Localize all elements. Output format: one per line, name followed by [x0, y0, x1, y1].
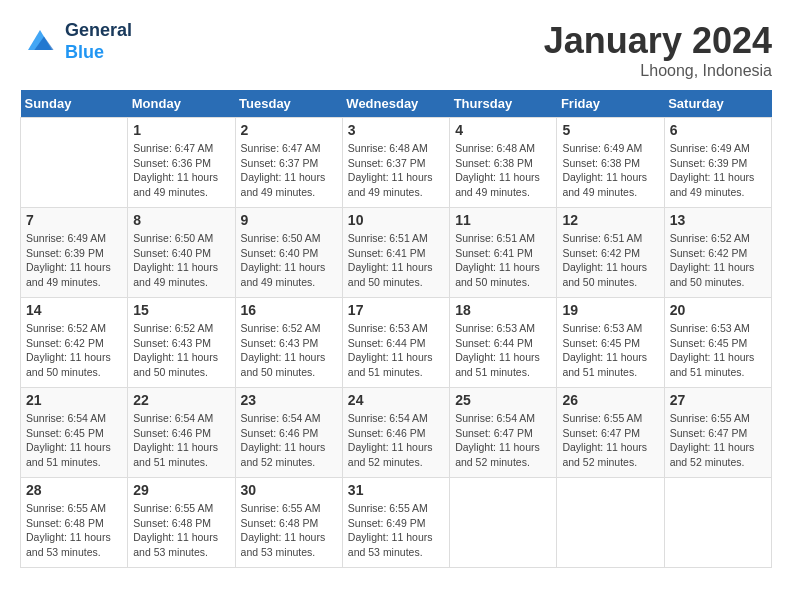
calendar-cell: 2Sunrise: 6:47 AMSunset: 6:37 PMDaylight…: [235, 118, 342, 208]
calendar-cell: 11Sunrise: 6:51 AMSunset: 6:41 PMDayligh…: [450, 208, 557, 298]
day-number: 26: [562, 392, 658, 408]
calendar-cell: 10Sunrise: 6:51 AMSunset: 6:41 PMDayligh…: [342, 208, 449, 298]
weekday-header-sunday: Sunday: [21, 90, 128, 118]
day-info: Sunrise: 6:53 AMSunset: 6:45 PMDaylight:…: [670, 321, 766, 380]
calendar-cell: 14Sunrise: 6:52 AMSunset: 6:42 PMDayligh…: [21, 298, 128, 388]
calendar-cell: 4Sunrise: 6:48 AMSunset: 6:38 PMDaylight…: [450, 118, 557, 208]
day-number: 8: [133, 212, 229, 228]
weekday-header-tuesday: Tuesday: [235, 90, 342, 118]
calendar-cell: 31Sunrise: 6:55 AMSunset: 6:49 PMDayligh…: [342, 478, 449, 568]
day-info: Sunrise: 6:48 AMSunset: 6:38 PMDaylight:…: [455, 141, 551, 200]
day-info: Sunrise: 6:53 AMSunset: 6:44 PMDaylight:…: [348, 321, 444, 380]
calendar-cell: 21Sunrise: 6:54 AMSunset: 6:45 PMDayligh…: [21, 388, 128, 478]
day-number: 17: [348, 302, 444, 318]
day-info: Sunrise: 6:55 AMSunset: 6:48 PMDaylight:…: [26, 501, 122, 560]
day-number: 19: [562, 302, 658, 318]
day-info: Sunrise: 6:51 AMSunset: 6:41 PMDaylight:…: [348, 231, 444, 290]
day-info: Sunrise: 6:49 AMSunset: 6:39 PMDaylight:…: [26, 231, 122, 290]
calendar-cell: 18Sunrise: 6:53 AMSunset: 6:44 PMDayligh…: [450, 298, 557, 388]
day-number: 30: [241, 482, 337, 498]
calendar-cell: 6Sunrise: 6:49 AMSunset: 6:39 PMDaylight…: [664, 118, 771, 208]
week-row-5: 28Sunrise: 6:55 AMSunset: 6:48 PMDayligh…: [21, 478, 772, 568]
day-info: Sunrise: 6:55 AMSunset: 6:47 PMDaylight:…: [562, 411, 658, 470]
day-number: 1: [133, 122, 229, 138]
day-number: 24: [348, 392, 444, 408]
day-number: 29: [133, 482, 229, 498]
day-info: Sunrise: 6:53 AMSunset: 6:45 PMDaylight:…: [562, 321, 658, 380]
calendar-cell: 7Sunrise: 6:49 AMSunset: 6:39 PMDaylight…: [21, 208, 128, 298]
day-info: Sunrise: 6:54 AMSunset: 6:46 PMDaylight:…: [133, 411, 229, 470]
calendar-cell: 26Sunrise: 6:55 AMSunset: 6:47 PMDayligh…: [557, 388, 664, 478]
calendar-cell: 23Sunrise: 6:54 AMSunset: 6:46 PMDayligh…: [235, 388, 342, 478]
day-number: 25: [455, 392, 551, 408]
day-info: Sunrise: 6:55 AMSunset: 6:49 PMDaylight:…: [348, 501, 444, 560]
calendar-cell: 5Sunrise: 6:49 AMSunset: 6:38 PMDaylight…: [557, 118, 664, 208]
calendar-cell: 25Sunrise: 6:54 AMSunset: 6:47 PMDayligh…: [450, 388, 557, 478]
day-info: Sunrise: 6:50 AMSunset: 6:40 PMDaylight:…: [133, 231, 229, 290]
calendar-cell: 27Sunrise: 6:55 AMSunset: 6:47 PMDayligh…: [664, 388, 771, 478]
calendar-cell: 12Sunrise: 6:51 AMSunset: 6:42 PMDayligh…: [557, 208, 664, 298]
logo-text: General Blue: [65, 20, 132, 63]
day-info: Sunrise: 6:52 AMSunset: 6:42 PMDaylight:…: [670, 231, 766, 290]
day-number: 21: [26, 392, 122, 408]
week-row-3: 14Sunrise: 6:52 AMSunset: 6:42 PMDayligh…: [21, 298, 772, 388]
calendar-cell: 13Sunrise: 6:52 AMSunset: 6:42 PMDayligh…: [664, 208, 771, 298]
weekday-header-row: SundayMondayTuesdayWednesdayThursdayFrid…: [21, 90, 772, 118]
calendar-cell: 20Sunrise: 6:53 AMSunset: 6:45 PMDayligh…: [664, 298, 771, 388]
day-info: Sunrise: 6:55 AMSunset: 6:47 PMDaylight:…: [670, 411, 766, 470]
weekday-header-monday: Monday: [128, 90, 235, 118]
calendar-cell: 19Sunrise: 6:53 AMSunset: 6:45 PMDayligh…: [557, 298, 664, 388]
day-info: Sunrise: 6:47 AMSunset: 6:37 PMDaylight:…: [241, 141, 337, 200]
day-number: 2: [241, 122, 337, 138]
weekday-header-wednesday: Wednesday: [342, 90, 449, 118]
logo: General Blue: [20, 20, 132, 63]
day-number: 5: [562, 122, 658, 138]
weekday-header-thursday: Thursday: [450, 90, 557, 118]
day-number: 15: [133, 302, 229, 318]
day-info: Sunrise: 6:53 AMSunset: 6:44 PMDaylight:…: [455, 321, 551, 380]
week-row-1: 1Sunrise: 6:47 AMSunset: 6:36 PMDaylight…: [21, 118, 772, 208]
calendar-cell: 17Sunrise: 6:53 AMSunset: 6:44 PMDayligh…: [342, 298, 449, 388]
calendar-cell: 30Sunrise: 6:55 AMSunset: 6:48 PMDayligh…: [235, 478, 342, 568]
day-info: Sunrise: 6:49 AMSunset: 6:38 PMDaylight:…: [562, 141, 658, 200]
day-number: 11: [455, 212, 551, 228]
calendar-cell: [450, 478, 557, 568]
day-info: Sunrise: 6:50 AMSunset: 6:40 PMDaylight:…: [241, 231, 337, 290]
calendar-cell: [664, 478, 771, 568]
day-info: Sunrise: 6:48 AMSunset: 6:37 PMDaylight:…: [348, 141, 444, 200]
day-info: Sunrise: 6:54 AMSunset: 6:46 PMDaylight:…: [348, 411, 444, 470]
weekday-header-friday: Friday: [557, 90, 664, 118]
calendar-cell: 8Sunrise: 6:50 AMSunset: 6:40 PMDaylight…: [128, 208, 235, 298]
calendar-cell: [557, 478, 664, 568]
day-info: Sunrise: 6:55 AMSunset: 6:48 PMDaylight:…: [133, 501, 229, 560]
calendar-cell: 24Sunrise: 6:54 AMSunset: 6:46 PMDayligh…: [342, 388, 449, 478]
day-number: 6: [670, 122, 766, 138]
day-number: 9: [241, 212, 337, 228]
day-info: Sunrise: 6:51 AMSunset: 6:41 PMDaylight:…: [455, 231, 551, 290]
day-info: Sunrise: 6:52 AMSunset: 6:42 PMDaylight:…: [26, 321, 122, 380]
day-info: Sunrise: 6:49 AMSunset: 6:39 PMDaylight:…: [670, 141, 766, 200]
calendar-cell: 22Sunrise: 6:54 AMSunset: 6:46 PMDayligh…: [128, 388, 235, 478]
day-number: 14: [26, 302, 122, 318]
day-info: Sunrise: 6:52 AMSunset: 6:43 PMDaylight:…: [241, 321, 337, 380]
day-number: 31: [348, 482, 444, 498]
day-number: 22: [133, 392, 229, 408]
calendar-cell: 3Sunrise: 6:48 AMSunset: 6:37 PMDaylight…: [342, 118, 449, 208]
day-number: 16: [241, 302, 337, 318]
day-info: Sunrise: 6:52 AMSunset: 6:43 PMDaylight:…: [133, 321, 229, 380]
calendar-cell: 9Sunrise: 6:50 AMSunset: 6:40 PMDaylight…: [235, 208, 342, 298]
day-number: 27: [670, 392, 766, 408]
day-number: 28: [26, 482, 122, 498]
day-number: 23: [241, 392, 337, 408]
location: Lhoong, Indonesia: [544, 62, 772, 80]
day-number: 4: [455, 122, 551, 138]
day-number: 13: [670, 212, 766, 228]
day-number: 3: [348, 122, 444, 138]
day-number: 10: [348, 212, 444, 228]
calendar-cell: 16Sunrise: 6:52 AMSunset: 6:43 PMDayligh…: [235, 298, 342, 388]
calendar-cell: 28Sunrise: 6:55 AMSunset: 6:48 PMDayligh…: [21, 478, 128, 568]
day-number: 12: [562, 212, 658, 228]
day-info: Sunrise: 6:55 AMSunset: 6:48 PMDaylight:…: [241, 501, 337, 560]
day-info: Sunrise: 6:47 AMSunset: 6:36 PMDaylight:…: [133, 141, 229, 200]
day-number: 7: [26, 212, 122, 228]
